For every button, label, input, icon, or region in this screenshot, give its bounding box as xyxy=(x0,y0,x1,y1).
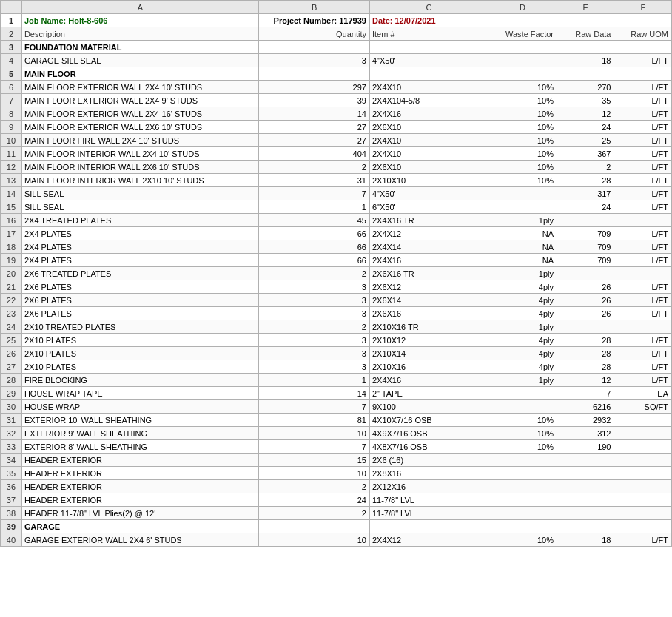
cell-e[interactable]: 312 xyxy=(557,427,614,440)
cell-b[interactable]: 2 xyxy=(259,507,370,520)
cell-b[interactable]: 14 xyxy=(259,387,370,400)
cell-e[interactable]: 28 xyxy=(557,360,614,374)
cell-f[interactable]: L/FT xyxy=(614,174,672,187)
cell-f[interactable]: L/FT xyxy=(614,54,672,67)
cell-f[interactable] xyxy=(614,467,672,480)
cell-c[interactable] xyxy=(369,41,488,54)
cell-e[interactable]: Raw Data xyxy=(557,27,614,41)
cell-d[interactable] xyxy=(488,387,557,400)
cell-f[interactable]: L/FT xyxy=(614,200,672,214)
cell-d[interactable]: 4ply xyxy=(488,294,557,307)
cell-e[interactable]: 18 xyxy=(557,54,614,67)
cell-b[interactable]: 297 xyxy=(259,81,370,94)
cell-d[interactable] xyxy=(488,520,557,533)
cell-d[interactable] xyxy=(488,187,557,200)
cell-a[interactable]: FOUNDATION MATERIAL xyxy=(21,41,258,54)
cell-d[interactable]: 10% xyxy=(488,533,557,547)
cell-c[interactable]: 4"X50' xyxy=(369,54,488,67)
cell-d[interactable]: 10% xyxy=(488,81,557,94)
cell-e[interactable] xyxy=(557,14,614,27)
cell-b[interactable]: 39 xyxy=(259,94,370,107)
cell-b[interactable]: 66 xyxy=(259,254,370,267)
cell-a[interactable]: 2X6 TREATED PLATES xyxy=(21,267,258,280)
cell-a[interactable]: 2X6 PLATES xyxy=(21,280,258,294)
cell-e[interactable] xyxy=(557,454,614,467)
cell-c[interactable]: 2X6X10 xyxy=(369,161,488,174)
cell-f[interactable]: L/FT xyxy=(614,240,672,254)
cell-d[interactable]: Waste Factor xyxy=(488,27,557,41)
cell-a[interactable]: HOUSE WRAP xyxy=(21,400,258,414)
cell-a[interactable]: HEADER EXTERIOR xyxy=(21,467,258,480)
cell-e[interactable]: 26 xyxy=(557,307,614,320)
cell-a[interactable]: 2X10 PLATES xyxy=(21,347,258,360)
cell-d[interactable] xyxy=(488,67,557,81)
cell-d[interactable] xyxy=(488,480,557,493)
cell-a[interactable]: Description xyxy=(21,27,258,41)
cell-f[interactable] xyxy=(614,320,672,334)
cell-e[interactable] xyxy=(557,214,614,227)
cell-d[interactable]: 10% xyxy=(488,414,557,427)
cell-d[interactable]: 4ply xyxy=(488,280,557,294)
cell-b[interactable] xyxy=(259,520,370,533)
cell-d[interactable]: 10% xyxy=(488,427,557,440)
cell-a[interactable]: HEADER 11-7/8" LVL Plies(2) @ 12' xyxy=(21,507,258,520)
cell-f[interactable] xyxy=(614,14,672,27)
cell-f[interactable]: Raw UOM xyxy=(614,27,672,41)
cell-e[interactable]: 7 xyxy=(557,387,614,400)
cell-c[interactable]: 2" TAPE xyxy=(369,387,488,400)
cell-a[interactable]: HEADER EXTERIOR xyxy=(21,480,258,493)
col-header-a[interactable]: A xyxy=(21,1,258,14)
cell-a[interactable]: MAIN FLOOR EXTERIOR WALL 2X4 9' STUDS xyxy=(21,94,258,107)
cell-d[interactable]: 1ply xyxy=(488,374,557,387)
cell-e[interactable]: 26 xyxy=(557,294,614,307)
cell-f[interactable]: L/FT xyxy=(614,187,672,200)
cell-c[interactable]: 2X8X16 xyxy=(369,467,488,480)
cell-c[interactable]: 2X4X16 xyxy=(369,254,488,267)
cell-c[interactable]: 9X100 xyxy=(369,400,488,414)
cell-b[interactable]: 10 xyxy=(259,427,370,440)
cell-c[interactable]: 2X4X16 TR xyxy=(369,214,488,227)
cell-e[interactable]: 12 xyxy=(557,107,614,121)
cell-f[interactable]: L/FT xyxy=(614,227,672,240)
cell-a[interactable]: Job Name: Holt-8-606 xyxy=(21,14,258,27)
cell-f[interactable]: L/FT xyxy=(614,533,672,547)
cell-c[interactable]: 2X6X14 xyxy=(369,294,488,307)
cell-c[interactable]: 2X6X10 xyxy=(369,121,488,134)
cell-e[interactable]: 35 xyxy=(557,94,614,107)
cell-b[interactable]: 66 xyxy=(259,227,370,240)
cell-a[interactable]: GARAGE SILL SEAL xyxy=(21,54,258,67)
cell-d[interactable]: 1ply xyxy=(488,320,557,334)
cell-b[interactable]: 2 xyxy=(259,480,370,493)
cell-b[interactable]: 3 xyxy=(259,360,370,374)
cell-f[interactable]: SQ/FT xyxy=(614,400,672,414)
cell-d[interactable]: 4ply xyxy=(488,360,557,374)
cell-e[interactable]: 28 xyxy=(557,334,614,347)
cell-e[interactable] xyxy=(557,507,614,520)
cell-a[interactable]: 2X4 PLATES xyxy=(21,240,258,254)
cell-d[interactable] xyxy=(488,400,557,414)
cell-f[interactable]: L/FT xyxy=(614,94,672,107)
cell-a[interactable]: HEADER EXTERIOR xyxy=(21,454,258,467)
cell-f[interactable]: L/FT xyxy=(614,347,672,360)
cell-c[interactable]: 2X4X12 xyxy=(369,227,488,240)
cell-d[interactable]: 4ply xyxy=(488,347,557,360)
cell-b[interactable]: 3 xyxy=(259,294,370,307)
cell-a[interactable]: 2X10 TREATED PLATES xyxy=(21,320,258,334)
cell-b[interactable]: 3 xyxy=(259,54,370,67)
cell-b[interactable]: 3 xyxy=(259,280,370,294)
cell-d[interactable]: 10% xyxy=(488,94,557,107)
cell-d[interactable] xyxy=(488,507,557,520)
cell-d[interactable] xyxy=(488,14,557,27)
cell-b[interactable]: 10 xyxy=(259,467,370,480)
cell-f[interactable]: L/FT xyxy=(614,374,672,387)
cell-b[interactable]: 15 xyxy=(259,454,370,467)
cell-b[interactable]: Quantity xyxy=(259,27,370,41)
cell-c[interactable]: 6"X50' xyxy=(369,200,488,214)
cell-a[interactable]: MAIN FLOOR xyxy=(21,67,258,81)
cell-b[interactable]: 1 xyxy=(259,374,370,387)
cell-c[interactable]: 2X6X16 xyxy=(369,307,488,320)
cell-a[interactable]: EXTERIOR 9' WALL SHEATHING xyxy=(21,427,258,440)
cell-f[interactable] xyxy=(614,67,672,81)
cell-e[interactable]: 25 xyxy=(557,134,614,147)
cell-b[interactable]: 27 xyxy=(259,121,370,134)
